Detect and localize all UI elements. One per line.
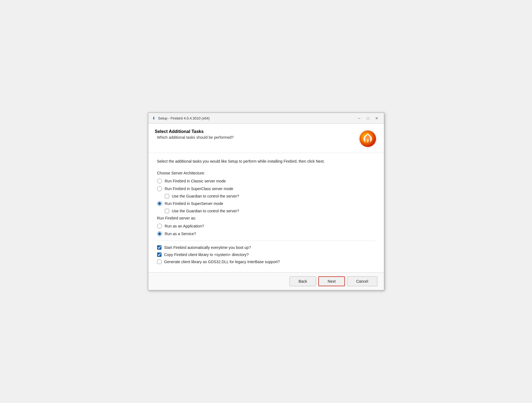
window-title: Setup - Firebird 4.0.4.3010 (x64) [158, 116, 210, 120]
superserver-option[interactable]: Run Firebird in SuperServer mode [157, 201, 375, 206]
superclassic-server-label: Run Firebird in SuperClass server mode [165, 187, 233, 191]
run-as-application-radio[interactable] [157, 224, 162, 229]
guardian-superserver-option[interactable]: Use the Guardian to control the server? [165, 209, 375, 213]
header-section: Select Additional Tasks Which additional… [148, 124, 384, 153]
guardian-superserver-label: Use the Guardian to control the server? [172, 209, 239, 213]
guardian-superclassic-option[interactable]: Use the Guardian to control the server? [165, 194, 375, 198]
copy-library-option[interactable]: Copy Firebird client library to <system>… [157, 252, 375, 257]
cancel-button[interactable]: Cancel [347, 276, 377, 286]
header-text-block: Select Additional Tasks Which additional… [155, 129, 353, 140]
generate-gds-checkbox[interactable] [157, 260, 161, 264]
superserver-label: Run Firebird in SuperServer mode [165, 201, 223, 206]
main-content: Select the additional tasks you would li… [148, 153, 384, 272]
start-auto-checkbox[interactable] [157, 245, 161, 250]
section-divider [157, 241, 375, 241]
description-text: Select the additional tasks you would li… [157, 159, 375, 164]
run-as-service-option[interactable]: Run as a Service? [157, 231, 375, 236]
title-bar-left: ⬇ Setup - Firebird 4.0.4.3010 (x64) [152, 116, 210, 120]
run-as-service-radio[interactable] [157, 231, 162, 236]
back-button[interactable]: Back [289, 276, 316, 286]
footer: Back Next Cancel [148, 272, 384, 290]
classic-server-label: Run Firebird in Classic server mode [165, 179, 226, 183]
generate-gds-option[interactable]: Generate client library as GDS32.DLL for… [157, 260, 375, 264]
run-as-application-option[interactable]: Run as an Application? [157, 224, 375, 229]
start-auto-option[interactable]: Start Firebird automatically everytime y… [157, 245, 375, 250]
superserver-radio[interactable] [157, 201, 162, 206]
superclassic-server-option[interactable]: Run Firebird in SuperClass server mode [157, 186, 375, 191]
setup-window: ⬇ Setup - Firebird 4.0.4.3010 (x64) ─ □ … [148, 113, 384, 290]
run-as-application-label: Run as an Application? [165, 224, 204, 228]
maximize-button[interactable]: □ [364, 115, 372, 121]
copy-library-checkbox[interactable] [157, 252, 161, 257]
server-architecture-label: Choose Server Architecture: [157, 171, 375, 175]
page-subtitle: Which additional tasks should be perform… [157, 135, 353, 140]
copy-library-label: Copy Firebird client library to <system>… [164, 252, 249, 257]
content-area: Select Additional Tasks Which additional… [148, 124, 384, 290]
generate-gds-label: Generate client library as GDS32.DLL for… [164, 260, 280, 264]
guardian-superserver-checkbox[interactable] [165, 209, 169, 213]
guardian-superclassic-checkbox[interactable] [165, 194, 169, 198]
start-auto-label: Start Firebird automatically everytime y… [164, 245, 251, 250]
close-button[interactable]: ✕ [373, 115, 381, 121]
page-title: Select Additional Tasks [155, 129, 353, 134]
app-icon: ⬇ [152, 116, 156, 120]
classic-server-radio[interactable] [157, 179, 162, 184]
next-button[interactable]: Next [318, 276, 345, 286]
minimize-button[interactable]: ─ [355, 115, 363, 121]
run-as-label: Run Firebird server as: [157, 216, 375, 220]
firebird-logo [358, 129, 377, 148]
run-as-service-label: Run as a Service? [165, 232, 196, 236]
guardian-superclassic-label: Use the Guardian to control the server? [172, 194, 239, 198]
classic-server-option[interactable]: Run Firebird in Classic server mode [157, 179, 375, 184]
title-bar: ⬇ Setup - Firebird 4.0.4.3010 (x64) ─ □ … [148, 113, 384, 124]
title-bar-controls: ─ □ ✕ [355, 115, 381, 121]
superclassic-server-radio[interactable] [157, 186, 162, 191]
